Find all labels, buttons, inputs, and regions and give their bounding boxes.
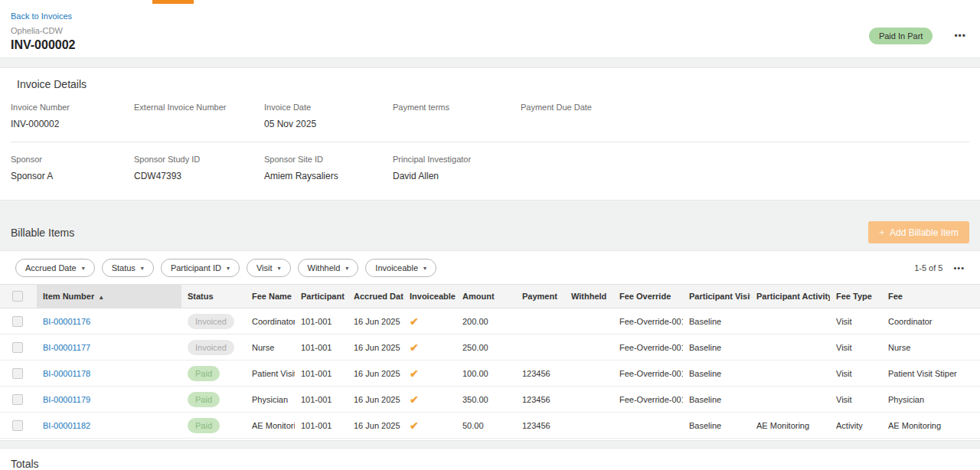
add-billable-item-button[interactable]: + Add Billable Item	[868, 221, 969, 243]
chevron-down-icon: ▾	[227, 265, 230, 272]
column-header-participant[interactable]: Participant	[295, 285, 348, 308]
column-header-participant-activity[interactable]: Participant Activity	[750, 285, 830, 308]
row-checkbox[interactable]	[12, 316, 23, 327]
chevron-down-icon: ▾	[141, 265, 144, 272]
divider	[11, 142, 969, 142]
column-header-status[interactable]: Status	[181, 285, 246, 308]
cell-payment	[516, 308, 565, 335]
filter-invoiceable[interactable]: Invoiceable▾	[365, 259, 436, 277]
ellipsis-icon: •••	[953, 263, 965, 273]
active-tab-indicator	[152, 0, 194, 4]
cell-fee-name: Nurse	[246, 335, 295, 361]
back-to-invoices-link[interactable]: Back to Invoices	[11, 11, 72, 21]
cell-select	[0, 387, 37, 413]
status-badge: Paid	[188, 366, 220, 381]
cell-status: Paid	[181, 361, 246, 387]
column-header-fee-override[interactable]: Fee Override	[613, 285, 683, 308]
add-billable-item-label: Add Billable Item	[890, 227, 959, 238]
page-header: Back to Invoices Ophelia-CDW INV-000002 …	[0, 0, 980, 58]
cell-participant-activity	[750, 387, 830, 413]
cell-withheld	[565, 361, 613, 387]
check-icon: ✔	[410, 315, 419, 328]
cell-amount: 200.00	[456, 308, 516, 335]
cell-payment	[516, 335, 565, 361]
filter-accrued-date[interactable]: Accrued Date▾	[15, 259, 95, 277]
item-number-link[interactable]: BI-00001179	[43, 395, 90, 404]
cell-fee-type: Visit	[830, 335, 882, 361]
item-number-link[interactable]: BI-00001176	[43, 317, 90, 326]
field-value: Sponsor A	[11, 171, 134, 181]
column-header-fee-type[interactable]: Fee Type	[830, 285, 882, 308]
column-header-payment[interactable]: Payment	[516, 285, 565, 308]
table-more-button[interactable]: •••	[953, 263, 965, 273]
chevron-down-icon: ▾	[345, 265, 348, 272]
billable-items-section-bar: Billable Items + Add Billable Item	[0, 221, 980, 243]
column-header-fee-name[interactable]: Fee Name	[246, 285, 295, 308]
cell-withheld	[565, 335, 613, 361]
cell-status: Paid	[181, 413, 246, 439]
row-checkbox[interactable]	[12, 342, 23, 353]
item-number-link[interactable]: BI-00001178	[43, 369, 90, 378]
cell-accrued-date: 16 Jun 2025	[348, 335, 403, 361]
column-header-amount[interactable]: Amount	[456, 285, 516, 308]
chevron-down-icon: ▾	[278, 265, 281, 272]
item-number-link[interactable]: BI-00001177	[43, 343, 90, 352]
filter-label: Participant ID	[171, 263, 221, 273]
cell-item-number: BI-00001178	[37, 361, 181, 387]
cell-accrued-date: 16 Jun 2025	[348, 308, 403, 335]
field-payment-terms: Payment terms	[393, 103, 521, 129]
column-header-fee[interactable]: Fee	[882, 285, 980, 308]
cell-participant-activity	[750, 308, 830, 335]
status-badge: Paid In Part	[869, 28, 933, 44]
table-row: BI-00001177InvoicedNurse101-00116 Jun 20…	[0, 335, 980, 361]
cell-fee: Physician	[882, 387, 980, 413]
field-value	[393, 119, 521, 129]
field-principal-investigator: Principal InvestigatorDavid Allen	[393, 155, 521, 181]
cell-payment: 123456	[516, 361, 565, 387]
filter-participant-id[interactable]: Participant ID▾	[161, 259, 240, 277]
cell-status: Invoiced	[181, 308, 246, 335]
header-actions: Paid In Part •••	[869, 28, 968, 44]
cell-participant: 101-001	[295, 308, 348, 335]
cell-invoiceable: ✔	[403, 361, 456, 387]
more-actions-button[interactable]: •••	[952, 29, 968, 43]
row-checkbox[interactable]	[12, 420, 23, 431]
field-value	[134, 119, 264, 129]
cell-amount: 250.00	[456, 335, 516, 361]
totals-title: Totals	[11, 458, 969, 470]
cell-fee-override	[613, 413, 683, 439]
check-icon: ✔	[410, 367, 419, 380]
row-checkbox[interactable]	[12, 394, 23, 405]
cell-amount: 50.00	[456, 413, 516, 439]
cell-participant-activity: AE Monitoring	[750, 413, 830, 439]
column-header-invoiceable[interactable]: Invoiceable	[403, 285, 456, 308]
filter-visit[interactable]: Visit▾	[247, 259, 291, 277]
field-value	[521, 119, 969, 129]
cell-accrued-date: 16 Jun 2025	[348, 361, 403, 387]
status-badge: Invoiced	[188, 340, 234, 355]
field-sponsor: SponsorSponsor A	[11, 155, 134, 181]
cell-payment: 123456	[516, 387, 565, 413]
check-icon: ✔	[410, 341, 419, 354]
column-header-participant-visit[interactable]: Participant Visit	[683, 285, 750, 308]
filter-withheld[interactable]: Withheld▾	[298, 259, 359, 277]
filter-status[interactable]: Status▾	[102, 259, 154, 277]
cell-fee-type: Visit	[830, 308, 882, 335]
item-number-link[interactable]: BI-00001182	[43, 421, 90, 430]
row-checkbox[interactable]	[12, 368, 23, 379]
cell-fee-override: Fee-Override-0011	[613, 361, 683, 387]
column-header-label: Invoiceable	[410, 292, 456, 301]
column-header-withheld[interactable]: Withheld	[565, 285, 613, 308]
plus-icon: +	[879, 227, 885, 238]
billable-items-card: Accrued Date▾Status▾Participant ID▾Visit…	[0, 250, 980, 441]
select-all-checkbox[interactable]	[12, 291, 23, 302]
filter-bar: Accrued Date▾Status▾Participant ID▾Visit…	[0, 251, 980, 284]
status-badge: Invoiced	[188, 314, 234, 329]
column-header-accrued-date[interactable]: Accrued Date	[348, 285, 403, 308]
field-label: External Invoice Number	[134, 103, 264, 112]
cell-fee-name: Patient Visit Stipe	[246, 361, 295, 387]
column-header-item-number[interactable]: Item Number▲	[37, 285, 181, 308]
cell-fee-type: Visit	[830, 361, 882, 387]
cell-fee-override: Fee-Override-0011	[613, 387, 683, 413]
cell-payment: 123456	[516, 413, 565, 439]
